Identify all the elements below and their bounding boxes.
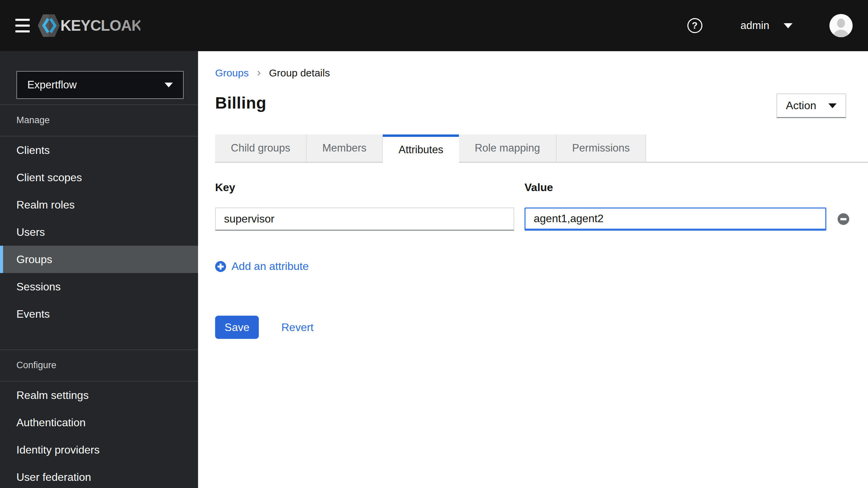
sidebar-item-realm-settings[interactable]: Realm settings	[0, 382, 198, 409]
sidebar-item-label: Realm settings	[16, 389, 89, 402]
sidebar-item-events[interactable]: Events	[0, 300, 198, 328]
attribute-value-input[interactable]	[524, 207, 826, 231]
sidebar-item-label: Groups	[16, 253, 52, 266]
hamburger-bar	[15, 30, 30, 32]
help-glyph: ?	[692, 21, 698, 30]
user-menu-dropdown[interactable]: admin	[741, 19, 793, 32]
sidebar-item-authentication[interactable]: Authentication	[0, 409, 198, 436]
key-column-header: Key	[215, 181, 514, 194]
sidebar-item-user-federation[interactable]: User federation	[0, 463, 198, 488]
tab-members[interactable]: Members	[307, 134, 383, 162]
chevron-down-icon	[828, 103, 837, 108]
keycloak-logo-graphic: KEYCLOAK	[38, 13, 140, 38]
sidebar-item-label: Authentication	[16, 416, 86, 429]
sidebar-item-realm-roles[interactable]: Realm roles	[0, 191, 198, 218]
page-body: Expertflow Manage Clients Client scopes …	[0, 51, 868, 488]
value-column-header: Value	[524, 181, 826, 194]
chevron-down-icon	[784, 23, 793, 28]
help-icon[interactable]: ?	[687, 18, 702, 33]
chevron-down-icon	[165, 83, 173, 87]
attribute-key-input[interactable]	[215, 207, 514, 231]
add-attribute-label: Add an attribute	[232, 260, 309, 273]
username-label: admin	[741, 19, 769, 32]
sidebar-item-label: Clients	[16, 144, 50, 157]
tab-child-groups[interactable]: Child groups	[215, 134, 307, 162]
attributes-form: Key Value	[215, 181, 868, 339]
realm-name-label: Expertflow	[27, 79, 77, 91]
breadcrumb: Groups › Group details	[215, 66, 868, 80]
tab-permissions[interactable]: Permissions	[557, 134, 646, 162]
action-dropdown-button[interactable]: Action	[776, 94, 846, 118]
sidebar-item-client-scopes[interactable]: Client scopes	[0, 164, 198, 191]
sidebar-item-users[interactable]: Users	[0, 218, 198, 246]
breadcrumb-groups-link[interactable]: Groups	[215, 67, 249, 79]
sidebar-item-sessions[interactable]: Sessions	[0, 273, 198, 300]
form-actions: Save Revert	[215, 316, 868, 339]
brand-wordmark: KEYCLOAK	[60, 17, 140, 34]
remove-attribute-button[interactable]	[837, 212, 850, 226]
sidebar-item-identity-providers[interactable]: Identity providers	[0, 436, 198, 463]
tab-attributes[interactable]: Attributes	[383, 134, 459, 163]
sidebar-item-label: Identity providers	[16, 444, 100, 456]
masthead: KEYCLOAK ? admin	[0, 0, 868, 51]
breadcrumb-current: Group details	[269, 67, 330, 79]
sidebar-item-label: Realm roles	[16, 199, 75, 211]
tab-label: Role mapping	[475, 142, 540, 154]
add-attribute-button[interactable]: Add an attribute	[215, 260, 309, 273]
page-title: Billing	[215, 94, 266, 112]
sidebar-item-label: Client scopes	[16, 171, 82, 184]
main-content: Groups › Group details Billing Action Ch…	[198, 51, 868, 488]
avatar[interactable]	[829, 14, 853, 37]
tab-role-mapping[interactable]: Role mapping	[459, 134, 556, 162]
plus-circle-icon	[215, 261, 226, 272]
revert-button[interactable]: Revert	[281, 321, 313, 334]
sidebar-item-label: Events	[16, 308, 50, 320]
sidebar-item-label: User federation	[16, 471, 91, 484]
minus-circle-icon	[837, 213, 850, 225]
hamburger-menu-icon[interactable]	[15, 19, 30, 32]
sidebar: Expertflow Manage Clients Client scopes …	[0, 51, 198, 488]
tab-bar: Child groups Members Attributes Role map…	[215, 134, 868, 163]
sidebar-item-groups[interactable]: Groups	[0, 246, 198, 273]
sidebar-item-label: Users	[16, 226, 45, 239]
save-button[interactable]: Save	[215, 316, 259, 339]
title-row: Billing Action	[215, 94, 868, 118]
action-label: Action	[786, 99, 816, 112]
keycloak-admin-console: KEYCLOAK ? admin Expertfl	[0, 0, 868, 488]
chevron-right-icon: ›	[257, 66, 261, 80]
nav-section-gap	[0, 328, 198, 349]
nav-section-configure: Configure	[0, 349, 198, 382]
tab-label: Permissions	[572, 142, 630, 154]
keycloak-logo: KEYCLOAK	[38, 13, 140, 38]
nav-section-manage: Manage	[0, 104, 198, 137]
hamburger-bar	[15, 19, 30, 21]
tab-label: Members	[322, 142, 366, 154]
sidebar-item-clients[interactable]: Clients	[0, 137, 198, 164]
hamburger-bar	[15, 25, 30, 27]
tab-label: Child groups	[231, 142, 290, 154]
realm-selector[interactable]: Expertflow	[16, 71, 184, 99]
tab-label: Attributes	[398, 144, 443, 156]
attributes-grid: Key Value	[215, 181, 868, 231]
avatar-icon	[829, 14, 853, 37]
sidebar-item-label: Sessions	[16, 281, 61, 293]
